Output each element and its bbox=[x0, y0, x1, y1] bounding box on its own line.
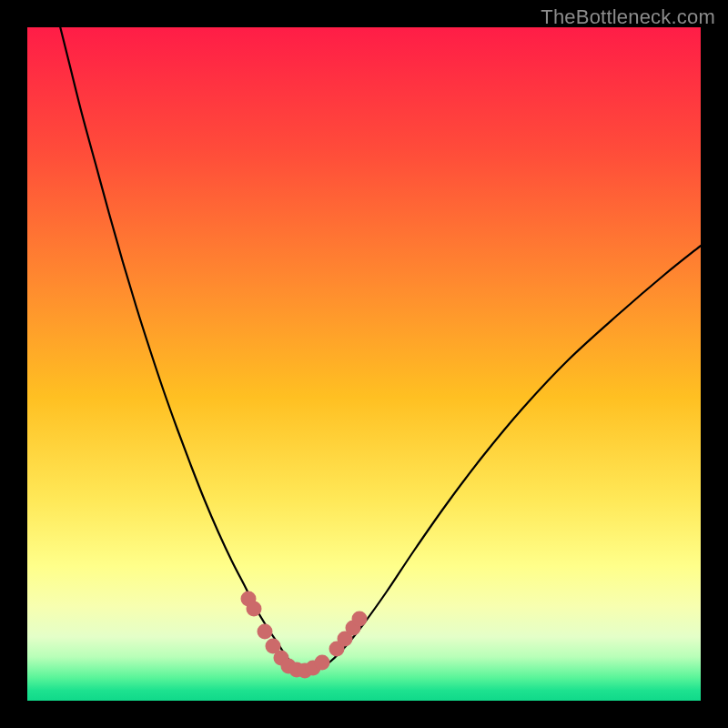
marker-point bbox=[247, 602, 262, 617]
marker-point bbox=[315, 655, 330, 671]
chart-frame: TheBottleneck.com bbox=[0, 0, 728, 728]
highlight-markers bbox=[241, 592, 368, 679]
marker-point bbox=[258, 624, 273, 640]
bottleneck-curve bbox=[55, 27, 701, 672]
curve-layer bbox=[27, 27, 701, 701]
plot-area bbox=[27, 27, 701, 701]
marker-point bbox=[352, 612, 368, 627]
watermark-text: TheBottleneck.com bbox=[541, 5, 715, 29]
